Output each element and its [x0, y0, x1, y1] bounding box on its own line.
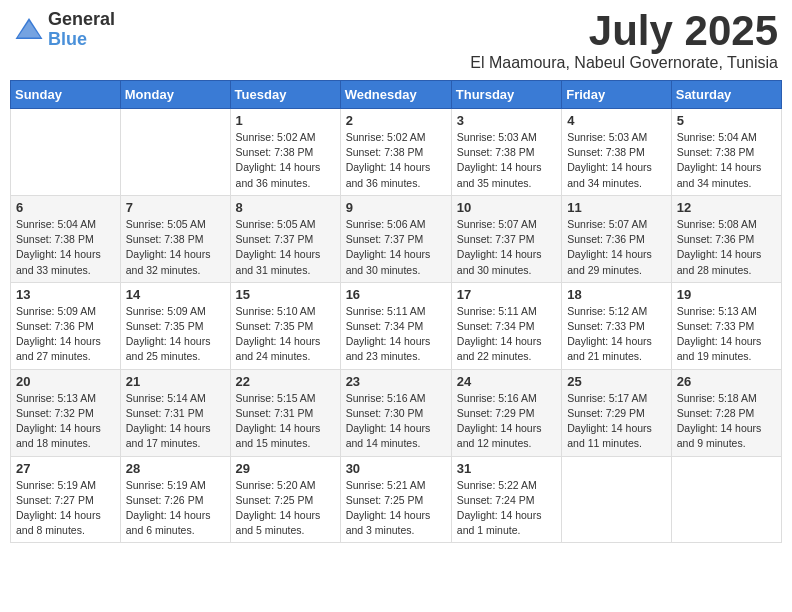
calendar-cell: 2Sunrise: 5:02 AMSunset: 7:38 PMDaylight…: [340, 109, 451, 196]
calendar-cell: 4Sunrise: 5:03 AMSunset: 7:38 PMDaylight…: [562, 109, 672, 196]
weekday-header: Friday: [562, 81, 672, 109]
day-number: 28: [126, 461, 225, 476]
day-info: Sunrise: 5:13 AMSunset: 7:33 PMDaylight:…: [677, 304, 776, 365]
calendar-week-row: 13Sunrise: 5:09 AMSunset: 7:36 PMDayligh…: [11, 282, 782, 369]
day-number: 3: [457, 113, 556, 128]
weekday-header: Saturday: [671, 81, 781, 109]
weekday-header: Monday: [120, 81, 230, 109]
calendar-cell: 10Sunrise: 5:07 AMSunset: 7:37 PMDayligh…: [451, 195, 561, 282]
calendar-cell: 16Sunrise: 5:11 AMSunset: 7:34 PMDayligh…: [340, 282, 451, 369]
calendar-cell: [671, 456, 781, 543]
day-info: Sunrise: 5:15 AMSunset: 7:31 PMDaylight:…: [236, 391, 335, 452]
day-number: 31: [457, 461, 556, 476]
day-number: 21: [126, 374, 225, 389]
calendar-cell: 24Sunrise: 5:16 AMSunset: 7:29 PMDayligh…: [451, 369, 561, 456]
day-info: Sunrise: 5:04 AMSunset: 7:38 PMDaylight:…: [16, 217, 115, 278]
day-number: 29: [236, 461, 335, 476]
day-number: 23: [346, 374, 446, 389]
day-info: Sunrise: 5:02 AMSunset: 7:38 PMDaylight:…: [346, 130, 446, 191]
day-number: 5: [677, 113, 776, 128]
calendar-cell: 23Sunrise: 5:16 AMSunset: 7:30 PMDayligh…: [340, 369, 451, 456]
day-number: 7: [126, 200, 225, 215]
day-info: Sunrise: 5:19 AMSunset: 7:27 PMDaylight:…: [16, 478, 115, 539]
day-info: Sunrise: 5:02 AMSunset: 7:38 PMDaylight:…: [236, 130, 335, 191]
day-info: Sunrise: 5:05 AMSunset: 7:37 PMDaylight:…: [236, 217, 335, 278]
calendar-cell: 29Sunrise: 5:20 AMSunset: 7:25 PMDayligh…: [230, 456, 340, 543]
day-info: Sunrise: 5:06 AMSunset: 7:37 PMDaylight:…: [346, 217, 446, 278]
day-number: 25: [567, 374, 666, 389]
calendar-cell: 13Sunrise: 5:09 AMSunset: 7:36 PMDayligh…: [11, 282, 121, 369]
day-info: Sunrise: 5:14 AMSunset: 7:31 PMDaylight:…: [126, 391, 225, 452]
day-number: 20: [16, 374, 115, 389]
calendar-cell: 27Sunrise: 5:19 AMSunset: 7:27 PMDayligh…: [11, 456, 121, 543]
day-info: Sunrise: 5:16 AMSunset: 7:29 PMDaylight:…: [457, 391, 556, 452]
calendar-week-row: 6Sunrise: 5:04 AMSunset: 7:38 PMDaylight…: [11, 195, 782, 282]
day-info: Sunrise: 5:19 AMSunset: 7:26 PMDaylight:…: [126, 478, 225, 539]
logo: General Blue: [14, 10, 115, 50]
calendar-table: SundayMondayTuesdayWednesdayThursdayFrid…: [10, 80, 782, 543]
calendar-cell: 19Sunrise: 5:13 AMSunset: 7:33 PMDayligh…: [671, 282, 781, 369]
weekday-header: Sunday: [11, 81, 121, 109]
day-info: Sunrise: 5:05 AMSunset: 7:38 PMDaylight:…: [126, 217, 225, 278]
title-section: July 2025 El Maamoura, Nabeul Governorat…: [470, 10, 778, 72]
logo-text: General Blue: [48, 10, 115, 50]
day-number: 1: [236, 113, 335, 128]
weekday-header: Wednesday: [340, 81, 451, 109]
calendar-cell: 9Sunrise: 5:06 AMSunset: 7:37 PMDaylight…: [340, 195, 451, 282]
day-info: Sunrise: 5:07 AMSunset: 7:36 PMDaylight:…: [567, 217, 666, 278]
location-subtitle: El Maamoura, Nabeul Governorate, Tunisia: [470, 54, 778, 72]
calendar-cell: [120, 109, 230, 196]
day-info: Sunrise: 5:12 AMSunset: 7:33 PMDaylight:…: [567, 304, 666, 365]
logo-blue: Blue: [48, 30, 115, 50]
calendar-cell: 8Sunrise: 5:05 AMSunset: 7:37 PMDaylight…: [230, 195, 340, 282]
svg-marker-1: [18, 21, 41, 38]
calendar-cell: 20Sunrise: 5:13 AMSunset: 7:32 PMDayligh…: [11, 369, 121, 456]
month-title: July 2025: [470, 10, 778, 52]
day-number: 15: [236, 287, 335, 302]
day-info: Sunrise: 5:22 AMSunset: 7:24 PMDaylight:…: [457, 478, 556, 539]
calendar-week-row: 27Sunrise: 5:19 AMSunset: 7:27 PMDayligh…: [11, 456, 782, 543]
day-info: Sunrise: 5:17 AMSunset: 7:29 PMDaylight:…: [567, 391, 666, 452]
calendar-week-row: 1Sunrise: 5:02 AMSunset: 7:38 PMDaylight…: [11, 109, 782, 196]
day-number: 12: [677, 200, 776, 215]
calendar-cell: 6Sunrise: 5:04 AMSunset: 7:38 PMDaylight…: [11, 195, 121, 282]
day-info: Sunrise: 5:13 AMSunset: 7:32 PMDaylight:…: [16, 391, 115, 452]
calendar-header-row: SundayMondayTuesdayWednesdayThursdayFrid…: [11, 81, 782, 109]
calendar-cell: 14Sunrise: 5:09 AMSunset: 7:35 PMDayligh…: [120, 282, 230, 369]
day-info: Sunrise: 5:08 AMSunset: 7:36 PMDaylight:…: [677, 217, 776, 278]
day-info: Sunrise: 5:04 AMSunset: 7:38 PMDaylight:…: [677, 130, 776, 191]
day-info: Sunrise: 5:03 AMSunset: 7:38 PMDaylight:…: [567, 130, 666, 191]
calendar-cell: [11, 109, 121, 196]
calendar-cell: 3Sunrise: 5:03 AMSunset: 7:38 PMDaylight…: [451, 109, 561, 196]
day-info: Sunrise: 5:16 AMSunset: 7:30 PMDaylight:…: [346, 391, 446, 452]
day-number: 16: [346, 287, 446, 302]
day-info: Sunrise: 5:21 AMSunset: 7:25 PMDaylight:…: [346, 478, 446, 539]
day-number: 18: [567, 287, 666, 302]
day-number: 27: [16, 461, 115, 476]
calendar-cell: [562, 456, 672, 543]
calendar-cell: 25Sunrise: 5:17 AMSunset: 7:29 PMDayligh…: [562, 369, 672, 456]
day-info: Sunrise: 5:11 AMSunset: 7:34 PMDaylight:…: [346, 304, 446, 365]
calendar-cell: 1Sunrise: 5:02 AMSunset: 7:38 PMDaylight…: [230, 109, 340, 196]
day-info: Sunrise: 5:09 AMSunset: 7:35 PMDaylight:…: [126, 304, 225, 365]
calendar-cell: 22Sunrise: 5:15 AMSunset: 7:31 PMDayligh…: [230, 369, 340, 456]
calendar-cell: 15Sunrise: 5:10 AMSunset: 7:35 PMDayligh…: [230, 282, 340, 369]
day-number: 8: [236, 200, 335, 215]
weekday-header: Tuesday: [230, 81, 340, 109]
day-number: 4: [567, 113, 666, 128]
day-info: Sunrise: 5:03 AMSunset: 7:38 PMDaylight:…: [457, 130, 556, 191]
day-number: 22: [236, 374, 335, 389]
day-number: 14: [126, 287, 225, 302]
day-number: 26: [677, 374, 776, 389]
day-number: 11: [567, 200, 666, 215]
calendar-cell: 7Sunrise: 5:05 AMSunset: 7:38 PMDaylight…: [120, 195, 230, 282]
day-info: Sunrise: 5:20 AMSunset: 7:25 PMDaylight:…: [236, 478, 335, 539]
calendar-cell: 18Sunrise: 5:12 AMSunset: 7:33 PMDayligh…: [562, 282, 672, 369]
weekday-header: Thursday: [451, 81, 561, 109]
day-number: 17: [457, 287, 556, 302]
logo-icon: [14, 15, 44, 45]
logo-general: General: [48, 10, 115, 30]
day-number: 13: [16, 287, 115, 302]
page-header: General Blue July 2025 El Maamoura, Nabe…: [10, 10, 782, 72]
calendar-cell: 5Sunrise: 5:04 AMSunset: 7:38 PMDaylight…: [671, 109, 781, 196]
